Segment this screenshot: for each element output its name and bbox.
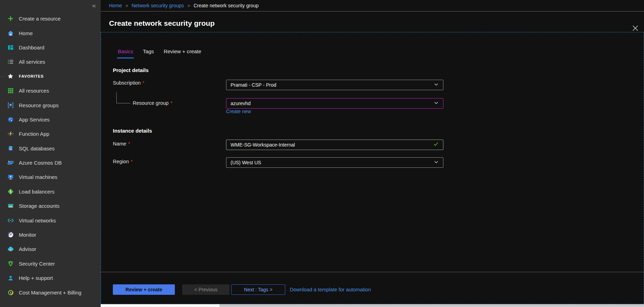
required-asterisk: * xyxy=(128,141,130,147)
sidebar-section-favorites: FAVORITES xyxy=(0,69,101,84)
cost-management-icon: $ xyxy=(7,289,14,296)
name-label: Name* xyxy=(113,141,130,147)
download-template-link[interactable]: Download a template for automation xyxy=(290,287,371,292)
tab-review-create[interactable]: Review + create xyxy=(163,48,202,58)
help-support-icon xyxy=(7,275,14,282)
name-input[interactable]: WME-SG-Workspace-Internal xyxy=(226,140,443,150)
chevron-down-icon xyxy=(434,82,439,88)
sidebar-item-storage-accounts[interactable]: Storage accounts xyxy=(0,199,101,213)
tab-bar: Basics Tags Review + create xyxy=(117,48,202,58)
cosmos-db-icon xyxy=(7,159,14,166)
sidebar-item-security-center[interactable]: Security Center xyxy=(0,257,101,271)
sidebar-item-sql-databases[interactable]: SQL SQL databases xyxy=(0,141,101,156)
security-center-icon xyxy=(7,260,14,267)
sidebar-item-advisor[interactable]: Advisor xyxy=(0,242,101,256)
sidebar-item-cost-management-billing[interactable]: $ Cost Management + Billing xyxy=(0,285,101,299)
breadcrumb-separator-icon: > xyxy=(187,3,190,8)
load-balancers-icon xyxy=(7,188,14,195)
sidebar-item-help-support[interactable]: Help + support xyxy=(0,271,101,285)
review-create-button[interactable]: Review + create xyxy=(113,284,175,295)
breadcrumb-current: Create network security group xyxy=(194,3,259,8)
next-tags-button[interactable]: Next : Tags > xyxy=(231,284,285,295)
chevron-down-icon xyxy=(434,100,439,107)
function-app-icon xyxy=(7,131,14,137)
sidebar-item-create-a-resource[interactable]: Create a resource xyxy=(0,11,101,26)
scrollbar-thumb[interactable] xyxy=(101,304,219,307)
tree-connector xyxy=(116,103,130,103)
region-dropdown[interactable]: (US) West US xyxy=(226,157,443,168)
valid-check-icon xyxy=(433,141,439,148)
sql-databases-icon: SQL xyxy=(7,145,14,152)
azure-portal: « Create a resource Home Dashboard xyxy=(0,0,644,307)
monitor-icon xyxy=(7,231,14,238)
breadcrumb-separator-icon: > xyxy=(125,3,128,8)
tab-basics[interactable]: Basics xyxy=(117,48,134,58)
previous-button[interactable]: < Previous xyxy=(182,284,230,295)
footer-divider xyxy=(101,272,644,272)
chevron-down-icon xyxy=(434,159,439,166)
region-label: Region* xyxy=(113,159,133,164)
svg-text:$: $ xyxy=(10,291,11,293)
create-nsg-panel: Basics Tags Review + create Project deta… xyxy=(101,32,644,304)
sidebar-item-monitor[interactable]: Monitor xyxy=(0,228,101,242)
all-services-list-icon xyxy=(7,58,14,65)
required-asterisk: * xyxy=(142,80,145,86)
sidebar-list: Create a resource Home Dashboard All ser… xyxy=(0,11,101,300)
sidebar-item-load-balancers[interactable]: Load balancers xyxy=(0,184,101,199)
instance-details-heading: Instance details xyxy=(113,128,152,134)
create-new-link[interactable]: Create new xyxy=(226,109,251,114)
breadcrumb-nsg-link[interactable]: Network security groups xyxy=(132,3,184,8)
breadcrumb-home-link[interactable]: Home xyxy=(109,3,122,8)
required-asterisk: * xyxy=(131,159,133,164)
favorites-star-icon xyxy=(7,73,14,80)
svg-text:SQL: SQL xyxy=(9,148,12,150)
sidebar-item-virtual-networks[interactable]: Virtual networks xyxy=(0,213,101,227)
breadcrumb: Home > Network security groups > Create … xyxy=(101,0,644,11)
virtual-networks-icon xyxy=(7,217,14,224)
sidebar-item-function-app[interactable]: Function App xyxy=(0,127,101,141)
subscription-label: Subscription* xyxy=(113,80,144,86)
sidebar-item-all-resources[interactable]: All resources xyxy=(0,84,101,98)
create-resource-plus-icon xyxy=(7,15,14,22)
close-icon[interactable] xyxy=(632,25,638,31)
collapse-sidebar-icon[interactable]: « xyxy=(92,2,96,9)
resource-group-label: Resource group* xyxy=(133,100,172,106)
app-services-icon xyxy=(7,116,14,123)
required-asterisk: * xyxy=(170,100,172,106)
sidebar-item-azure-cosmos-db[interactable]: Azure Cosmos DB xyxy=(0,156,101,170)
resource-groups-icon xyxy=(7,102,14,109)
advisor-icon xyxy=(7,246,14,253)
page-header: Create network security group xyxy=(101,12,644,32)
dashboard-icon xyxy=(7,44,14,51)
resource-group-dropdown[interactable]: azurevhd xyxy=(226,98,443,109)
sidebar-item-app-services[interactable]: App Services xyxy=(0,112,101,127)
all-resources-grid-icon xyxy=(7,87,14,94)
project-details-heading: Project details xyxy=(113,67,149,73)
page-title: Create network security group xyxy=(109,19,215,27)
virtual-machines-icon xyxy=(7,174,14,181)
storage-accounts-icon xyxy=(7,203,14,210)
sidebar-item-resource-groups[interactable]: Resource groups xyxy=(0,98,101,112)
sidebar: « Create a resource Home Dashboard xyxy=(0,0,101,307)
subscription-dropdown[interactable]: Pramati - CSP - Prod xyxy=(226,80,443,90)
sidebar-item-all-services[interactable]: All services xyxy=(0,55,101,69)
tab-tags[interactable]: Tags xyxy=(142,48,155,58)
sidebar-item-home[interactable]: Home xyxy=(0,26,101,40)
tree-connector xyxy=(116,92,117,103)
home-icon xyxy=(7,30,14,37)
horizontal-scrollbar[interactable] xyxy=(101,304,644,307)
sidebar-item-dashboard[interactable]: Dashboard xyxy=(0,40,101,55)
sidebar-item-virtual-machines[interactable]: Virtual machines xyxy=(0,170,101,184)
